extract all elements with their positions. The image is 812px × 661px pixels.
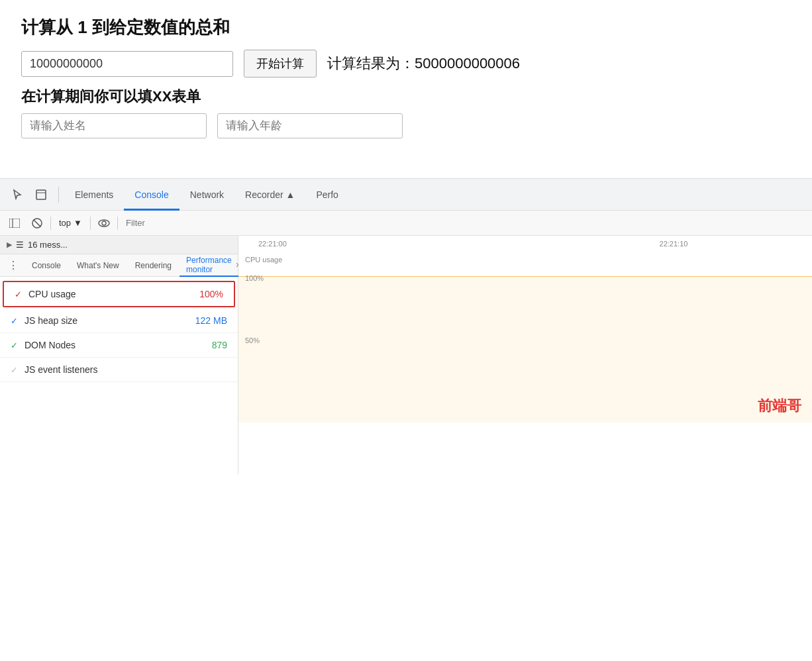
devtools-panel: Elements Console Network Recorder ▲ Perf… xyxy=(0,178,812,474)
tab-console[interactable]: Console xyxy=(124,179,179,211)
more-tabs-icon[interactable]: ⋮ xyxy=(3,259,24,272)
messages-count: 16 mess... xyxy=(28,240,68,250)
devtools-left-panel: ▶ ☰ 16 mess... ⋮ Console What's New Rend… xyxy=(0,236,238,474)
devtools-chart-panel: 22:21:00 22:21:10 CPU usage 100% 50% 前端哥 xyxy=(238,236,812,474)
check-icon-cpu: ✓ xyxy=(15,289,22,299)
cpu-usage-fill xyxy=(238,276,812,423)
bottom-tab-console[interactable]: Console xyxy=(24,254,69,277)
metric-value-dom: 879 xyxy=(212,340,227,350)
filter-input[interactable] xyxy=(122,218,807,228)
chart-timestamps: 22:21:00 22:21:10 xyxy=(238,236,812,250)
toolbar-separator-3 xyxy=(117,217,118,230)
svg-point-7 xyxy=(102,221,106,225)
timestamp-2: 22:21:10 xyxy=(535,240,812,248)
metric-dom-nodes[interactable]: ✓ DOM Nodes 879 xyxy=(0,333,238,358)
console-toolbar: top ▼ xyxy=(0,211,812,236)
cursor-icon[interactable] xyxy=(5,183,29,207)
form-age-input[interactable] xyxy=(217,113,403,138)
form-name-input[interactable] xyxy=(21,113,207,138)
context-selector[interactable]: top ▼ xyxy=(55,217,86,229)
chart-100-label: 100% xyxy=(245,274,264,282)
metric-js-heap[interactable]: ✓ JS heap size 122 MB xyxy=(0,309,238,333)
check-icon-dom: ✓ xyxy=(11,340,18,350)
calc-row: 开始计算 计算结果为：5000000000006 xyxy=(21,50,791,77)
check-icon-js-listeners: ✓ xyxy=(11,365,18,375)
page-title: 计算从 1 到给定数值的总和 xyxy=(21,16,791,39)
eye-icon[interactable] xyxy=(95,214,113,232)
metric-js-listeners[interactable]: ✓ JS event listeners xyxy=(0,358,238,382)
tab-perfo[interactable]: Perfo xyxy=(305,179,348,211)
tab-recorder[interactable]: Recorder ▲ xyxy=(234,179,305,211)
metric-cpu-usage[interactable]: ✓ CPU usage 100% xyxy=(3,281,235,307)
watermark: 前端哥 xyxy=(758,396,801,416)
metric-label-cpu: CPU usage xyxy=(28,289,199,299)
devtools-main: ▶ ☰ 16 mess... ⋮ Console What's New Rend… xyxy=(0,236,812,474)
messages-icon: ☰ xyxy=(16,240,24,250)
calc-button[interactable]: 开始计算 xyxy=(244,50,317,77)
check-icon-js-heap: ✓ xyxy=(11,316,18,326)
devtools-tabbar: Elements Console Network Recorder ▲ Perf… xyxy=(0,179,812,211)
bottom-tab-performance-monitor[interactable]: Performance monitor × xyxy=(179,254,248,277)
svg-rect-2 xyxy=(9,219,20,228)
sidebar-toggle-icon[interactable] xyxy=(5,214,24,232)
timestamp-1: 22:21:00 xyxy=(252,240,535,248)
dropdown-arrow-icon: ▼ xyxy=(74,218,82,228)
tab-elements[interactable]: Elements xyxy=(64,179,124,211)
bottom-tabs-bar: ⋮ Console What's New Rendering Performan… xyxy=(0,254,238,277)
chart-area: CPU usage 100% 50% 前端哥 xyxy=(238,250,812,423)
form-subtitle: 在计算期间你可以填XX表单 xyxy=(21,87,791,107)
bottom-tab-rendering[interactable]: Rendering xyxy=(127,254,179,277)
chart-50-label: 50% xyxy=(245,336,260,344)
svg-line-5 xyxy=(34,219,41,227)
page-content: 计算从 1 到给定数值的总和 开始计算 计算结果为：5000000000006 … xyxy=(0,0,812,152)
form-row xyxy=(21,113,791,138)
inspect-icon[interactable] xyxy=(29,183,53,207)
calc-input[interactable] xyxy=(21,51,233,77)
performance-metrics-list: ✓ CPU usage 100% ✓ JS heap size 122 MB ✓… xyxy=(0,277,238,474)
calc-result: 计算结果为：5000000000006 xyxy=(327,54,520,74)
expand-arrow-icon: ▶ xyxy=(7,240,12,249)
tab-network[interactable]: Network xyxy=(179,179,234,211)
metric-label-js-listeners: JS event listeners xyxy=(25,364,227,375)
toolbar-separator xyxy=(50,217,51,230)
metric-value-cpu: 100% xyxy=(199,289,223,299)
svg-rect-0 xyxy=(36,190,46,199)
metric-value-js-heap: 122 MB xyxy=(195,315,227,326)
chart-cpu-label: CPU usage xyxy=(245,256,282,264)
toolbar-separator-2 xyxy=(90,217,91,230)
tab-separator xyxy=(58,187,59,203)
metric-label-js-heap: JS heap size xyxy=(25,315,195,326)
bottom-tab-whats-new[interactable]: What's New xyxy=(69,254,127,277)
console-messages-row[interactable]: ▶ ☰ 16 mess... xyxy=(0,236,238,254)
metric-label-dom: DOM Nodes xyxy=(25,340,212,350)
block-icon[interactable] xyxy=(28,214,46,232)
